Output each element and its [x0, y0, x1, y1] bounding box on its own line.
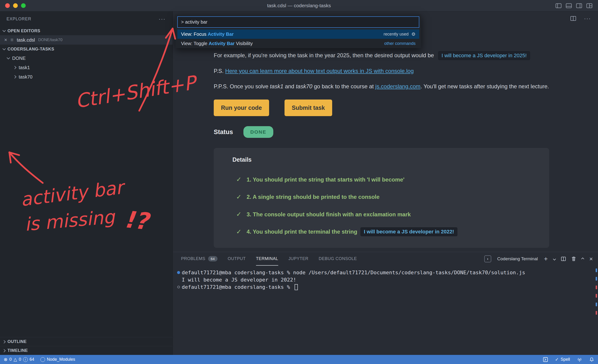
command-palette: View: Focus Activity Bar recently used ⚙…	[175, 15, 421, 48]
paragraph-pps: P.P.S. Once you solve task1 and task70 g…	[214, 82, 549, 91]
window-title: task.cdsl — coderslang-tasks	[267, 3, 331, 8]
open-editor-filename: task.cdsl	[17, 37, 35, 43]
node-modules-status[interactable]: Node_Modules	[41, 357, 75, 362]
split-terminal-icon[interactable]	[561, 257, 566, 261]
close-panel-icon[interactable]: ×	[589, 256, 593, 262]
info-icon: i	[23, 357, 28, 362]
details-title: Details	[233, 155, 538, 165]
open-editors-section-header[interactable]: OPEN EDITORS	[0, 26, 173, 35]
chevron-right-icon	[2, 340, 6, 343]
chevron-down-icon	[3, 29, 6, 32]
problems-count-badge: 64	[208, 256, 217, 261]
zoom-window-button[interactable]	[21, 3, 26, 8]
check-item-1: ✓ 1. You should print the string that st…	[236, 174, 538, 185]
example-output-code: I will become a JS developer in 2025!	[438, 51, 530, 60]
tab-output[interactable]: OUTPUT	[228, 252, 246, 266]
toggle-sidebar-left-icon[interactable]	[556, 3, 562, 8]
status-label: Status	[214, 127, 233, 137]
status-badge: DONE	[243, 126, 274, 138]
broadcast-icon[interactable]	[577, 357, 582, 362]
open-terminal-icon[interactable]	[543, 357, 548, 362]
tab-debug-console[interactable]: DEBUG CONSOLE	[319, 252, 357, 266]
maximize-panel-icon[interactable]	[582, 258, 584, 260]
panel-scrollbar-decorations	[596, 252, 597, 355]
configure-keybinding-gear-icon[interactable]: ⚙	[411, 31, 415, 37]
new-terminal-icon[interactable]: +	[544, 256, 548, 262]
chevron-down-icon	[3, 47, 6, 50]
terminal-prompt-line: default71721@mba coderslang-tasks %	[175, 283, 598, 291]
check-icon: ✓	[236, 192, 241, 202]
error-icon: ⊗	[4, 357, 8, 362]
notifications-bell-icon[interactable]	[589, 357, 594, 362]
outline-section-header[interactable]: OUTLINE	[0, 337, 173, 346]
customize-layout-icon[interactable]	[586, 3, 592, 8]
terminal-command-line: default71721@mba coderslang-tasks % node…	[175, 269, 598, 276]
chevron-right-icon	[13, 75, 16, 78]
terminal-dropdown-icon[interactable]	[553, 258, 556, 260]
tab-problems[interactable]: PROBLEMS 64	[181, 252, 217, 266]
close-editor-icon[interactable]: ×	[4, 37, 7, 42]
warning-icon: △	[14, 357, 17, 362]
chevron-right-icon	[2, 349, 6, 352]
command-palette-input[interactable]	[177, 16, 419, 28]
toggle-panel-icon[interactable]	[566, 3, 572, 8]
terminal-output-line: I will become a JS developer in 2022!	[175, 276, 598, 283]
window-controls	[0, 3, 26, 8]
project-section-header[interactable]: CODERSLANG-TASKS	[0, 45, 173, 53]
tab-jupyter[interactable]: JUPYTER	[289, 252, 308, 266]
check-item-2: ✓ 2. A single string should be printed t…	[236, 192, 538, 202]
paragraph-ps: P.S. Here you can learn more about how t…	[214, 66, 549, 76]
folder-task1[interactable]: task1	[0, 63, 173, 72]
check-icon: ✓	[236, 209, 241, 220]
chevron-right-icon	[13, 66, 16, 69]
palette-result-focus-activity-bar[interactable]: View: Focus Activity Bar recently used ⚙	[177, 29, 419, 39]
bottom-panel: PROBLEMS 64 OUTPUT TERMINAL JUPYTER DEBU…	[173, 252, 598, 355]
prompt-dot-icon	[177, 286, 180, 288]
file-icon: ≡	[10, 37, 14, 43]
coderslang-link[interactable]: js.coderslang.com	[375, 83, 420, 90]
check-icon: ✓	[236, 174, 241, 185]
explorer-more-actions-icon[interactable]: ···	[159, 16, 166, 22]
titlebar: task.cdsl — coderslang-tasks	[0, 0, 598, 11]
check-item-4: ✓ 4. You should print the terminal the s…	[236, 227, 538, 237]
module-icon	[41, 357, 45, 362]
toggle-sidebar-right-icon[interactable]	[576, 3, 582, 8]
close-window-button[interactable]	[5, 3, 10, 8]
submit-task-button[interactable]: Submit task	[284, 99, 332, 116]
terminal-name[interactable]: Coderslang Terminal	[497, 256, 538, 261]
details-card: Details ✓ 1. You should print the string…	[214, 148, 549, 248]
paragraph-example: For example, if you're solving the task …	[214, 51, 549, 60]
folder-task70[interactable]: task70	[0, 72, 173, 82]
palette-result-toggle-activity-bar[interactable]: View: Toggle Activity Bar Visibility oth…	[177, 39, 419, 48]
terminal-output[interactable]: default71721@mba coderslang-tasks % node…	[173, 266, 598, 355]
folder-done[interactable]: DONE	[0, 53, 173, 63]
tab-terminal[interactable]: TERMINAL	[256, 252, 278, 266]
open-editor-path: DONE/task70	[38, 38, 63, 42]
check-icon: ✓	[236, 227, 241, 237]
spell-checker-status[interactable]: ✓ Spell	[555, 357, 570, 362]
console-log-link[interactable]: Here you can learn more about how text o…	[225, 68, 414, 74]
check-item-3: ✓ 3. The console output should finish wi…	[236, 209, 538, 220]
run-code-button[interactable]: Run your code	[214, 99, 269, 116]
explorer-sidebar: EXPLORER ··· OPEN EDITORS × ≡ task.cdsl …	[0, 11, 173, 355]
check-icon: ✓	[555, 357, 559, 362]
minimize-window-button[interactable]	[13, 3, 18, 8]
explorer-title: EXPLORER	[7, 17, 31, 22]
command-success-dot-icon	[177, 271, 180, 274]
timeline-section-header[interactable]: TIMELINE	[0, 346, 173, 355]
split-editor-icon[interactable]	[570, 16, 576, 21]
open-editor-task-cdsl[interactable]: × ≡ task.cdsl DONE/task70	[0, 35, 173, 45]
terminal-cursor	[295, 284, 298, 290]
statusbar: ⊗ 0 △ 0 i 64 Node_Modules ✓ Spell	[0, 355, 598, 364]
problems-status[interactable]: ⊗ 0 △ 0 i 64	[4, 357, 34, 362]
chevron-down-icon	[7, 56, 10, 59]
terminal-shell-icon: ›	[484, 255, 491, 262]
editor-more-actions-icon[interactable]: ···	[584, 15, 591, 22]
required-output-code: I will become a JS developer in 2022!	[360, 227, 457, 236]
kill-terminal-icon[interactable]	[571, 256, 576, 261]
